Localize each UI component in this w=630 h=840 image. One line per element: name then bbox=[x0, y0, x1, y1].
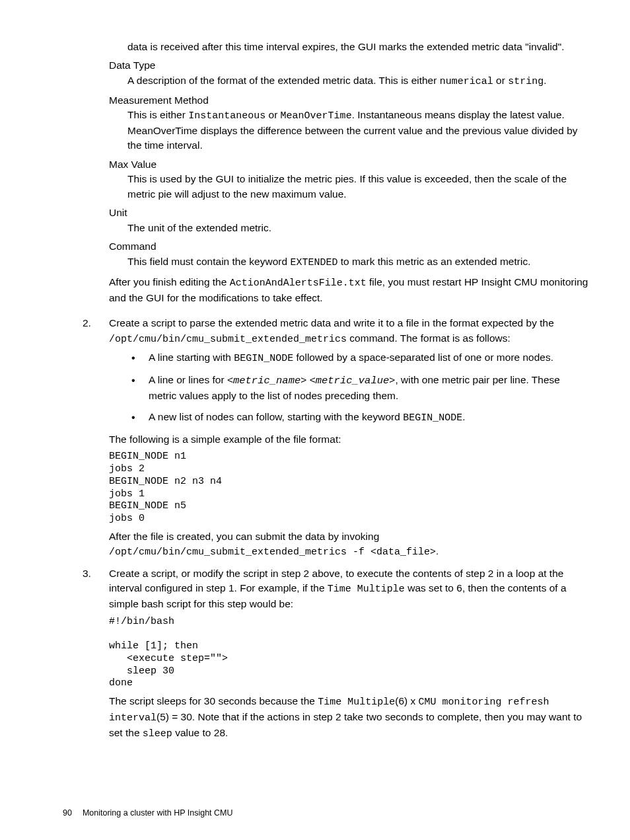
dd-command: This field must contain the keyword EXTE… bbox=[127, 254, 590, 270]
bullet-1: A line starting with BEGIN_NODE followed… bbox=[127, 350, 590, 366]
text: or bbox=[493, 75, 508, 86]
code: MeanOverTime bbox=[281, 110, 352, 122]
footer-text: Monitoring a cluster with HP Insight CMU bbox=[83, 808, 233, 818]
code-block-bash: #!/bin/bash while [1]; then <execute ste… bbox=[109, 616, 590, 691]
code: ActionAndAlertsFile.txt bbox=[230, 278, 367, 289]
dt-command: Command bbox=[109, 239, 590, 254]
text: This field must contain the keyword bbox=[127, 256, 290, 267]
dd-unit: The unit of the extended metric. bbox=[127, 221, 590, 235]
code-italic: metric_value bbox=[316, 375, 390, 387]
code: BEGIN_NODE bbox=[234, 353, 293, 364]
text: This is either bbox=[127, 109, 188, 120]
dt-unit: Unit bbox=[109, 206, 590, 220]
text: Create a script to parse the extended me… bbox=[109, 317, 554, 328]
code: EXTENDED bbox=[290, 257, 337, 268]
code: Instantaneous bbox=[188, 110, 265, 122]
code: /opt/cmu/bin/cmu_submit_extended_metrics bbox=[109, 334, 347, 345]
text: A new list of nodes can follow, starting… bbox=[149, 411, 403, 422]
bullet-3: A new list of nodes can follow, starting… bbox=[127, 410, 590, 426]
dt-max-value: Max Value bbox=[109, 157, 590, 172]
step-number: 2. bbox=[83, 316, 91, 330]
text: A line or lines for < bbox=[149, 374, 233, 385]
step2-example-intro: The following is a simple example of the… bbox=[109, 432, 590, 447]
step3-intro: Create a script, or modify the script in… bbox=[109, 566, 590, 612]
text: A description of the format of the exten… bbox=[127, 75, 440, 86]
text: . bbox=[543, 75, 546, 86]
step-3: 3. Create a script, or modify the script… bbox=[83, 566, 590, 741]
code: Time Multiple bbox=[328, 584, 405, 595]
dd-data-type: A description of the format of the exten… bbox=[127, 73, 590, 89]
code-block-file-format: BEGIN_NODE n1 jobs 2 BEGIN_NODE n2 n3 n4… bbox=[109, 451, 590, 525]
page-number: 90 bbox=[63, 808, 72, 818]
code: sleep bbox=[143, 728, 172, 740]
step-number: 3. bbox=[83, 566, 91, 581]
text: . bbox=[436, 545, 438, 556]
text: command. The format is as follows: bbox=[347, 332, 510, 344]
text: followed by a space-separated list of on… bbox=[293, 352, 553, 363]
after-edit-note: After you finish editing the ActionAndAl… bbox=[109, 275, 590, 305]
text: The script sleeps for 30 seconds because… bbox=[109, 695, 318, 706]
text: to mark this metric as an extended metri… bbox=[337, 256, 530, 267]
dd-measurement-method: This is either Instantaneous or MeanOver… bbox=[127, 108, 590, 153]
page-footer: 90Monitoring a cluster with HP Insight C… bbox=[63, 807, 590, 819]
definition-list: data is received after this time interva… bbox=[109, 40, 590, 270]
step2-after-code: After the file is created, you can submi… bbox=[109, 529, 590, 560]
step2-bullets: A line starting with BEGIN_NODE followed… bbox=[127, 350, 590, 425]
text: or bbox=[265, 109, 280, 120]
dd-max-value: This is used by the GUI to initialize th… bbox=[127, 172, 590, 202]
step2-intro: Create a script to parse the extended me… bbox=[109, 316, 590, 346]
code: /opt/cmu/bin/cmu_submit_extended_metrics… bbox=[109, 547, 436, 558]
code: BEGIN_NODE bbox=[403, 412, 462, 424]
page-content: data is received after this time interva… bbox=[63, 40, 590, 820]
text: > < bbox=[300, 374, 315, 385]
bullet-2: A line or lines for <metric_name> <metri… bbox=[127, 373, 590, 403]
step3-explain: The script sleeps for 30 seconds because… bbox=[109, 694, 590, 741]
dt-measurement-method: Measurement Method bbox=[109, 93, 590, 108]
text: (6) x bbox=[395, 695, 418, 706]
code: numerical bbox=[440, 76, 493, 87]
text: After the file is created, you can submi… bbox=[109, 531, 379, 542]
dt-data-type: Data Type bbox=[109, 58, 590, 73]
text: value to 28. bbox=[172, 727, 228, 738]
step-2: 2. Create a script to parse the extended… bbox=[83, 316, 590, 560]
code-italic: metric_name bbox=[233, 375, 300, 387]
text: A line starting with bbox=[149, 352, 234, 363]
text: After you finish editing the bbox=[109, 276, 230, 287]
numbered-steps: 2. Create a script to parse the extended… bbox=[83, 316, 590, 741]
text: . bbox=[462, 411, 465, 422]
code: string bbox=[508, 76, 543, 87]
code: Time Multiple bbox=[318, 697, 395, 708]
orphan-continuation: data is received after this time interva… bbox=[127, 40, 590, 54]
